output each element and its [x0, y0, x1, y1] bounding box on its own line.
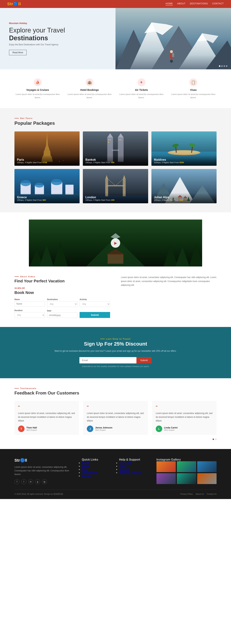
svg-rect-30	[108, 140, 109, 140]
newsletter-submit-button[interactable]: Submit	[136, 357, 152, 364]
bankok-overlay: Bankok 10Days, 3 Nights Start From 456	[83, 155, 148, 166]
nav-logo: Str🔵ll	[7, 2, 21, 6]
svg-point-50	[51, 179, 62, 185]
help-faq: FAQ	[119, 464, 149, 468]
insta-img-3[interactable]	[197, 461, 216, 472]
activity-field-group: Activity Any	[80, 298, 110, 307]
newsletter-tag: Last Step to Travel	[14, 338, 216, 340]
duration-select[interactable]: Any	[14, 312, 45, 318]
feature-hotel: 🏨 Hotel Bookings Lorem ipsum dolor sit a…	[66, 78, 113, 99]
instagram-title: Instagram Gallery	[156, 458, 216, 461]
date-input[interactable]	[47, 312, 78, 318]
nav-home[interactable]: HOME	[166, 2, 173, 6]
play-button[interactable]: ▶	[111, 238, 120, 248]
booking-form: Name Destination Any Paris Maldives Gree…	[14, 298, 110, 318]
date-field-group: Date	[47, 310, 78, 318]
quick-link-home: Home	[82, 461, 112, 464]
insta-img-5[interactable]	[177, 473, 196, 484]
privacy-policy-link[interactable]: Privacy Policy	[180, 493, 193, 495]
hero-dot-4[interactable]	[226, 65, 228, 67]
hero-section: Mountain Holiday Explore your Travel Des…	[0, 8, 231, 69]
voyages-icon: ⛵	[34, 78, 42, 86]
feature-desc-voyages: Lorem ipsum dolor sit amet,Ea consequunt…	[14, 93, 61, 99]
testimonial-author-1: T Then Hall SEO Expert	[18, 426, 75, 432]
nav-contact[interactable]: CONTACT	[212, 2, 224, 6]
hero-illustration	[116, 8, 231, 69]
booking-submit-button[interactable]: Submit	[80, 312, 110, 318]
footer-social: f t in g ig	[14, 479, 74, 484]
hero-read-more-button[interactable]: Read More	[9, 50, 26, 55]
destination-label: Destination	[47, 298, 78, 300]
author-role-3: SEO Expert	[164, 429, 178, 431]
london-overlay: London 10Days, 3 Nights Start From 339	[83, 193, 148, 203]
facebook-icon[interactable]: f	[14, 479, 20, 484]
testimonial-2: " Lorem ipsum dolor sit amet, consectetu…	[83, 401, 148, 435]
name-input[interactable]	[14, 301, 45, 306]
paris-info: 10Days, 4 Nights Start From 6758	[17, 162, 77, 164]
package-london[interactable]: London 10Days, 3 Nights Start From 339	[83, 169, 148, 203]
nav-about[interactable]: ABOUT	[177, 2, 186, 6]
nav-links: HOME ABOUT DESTINATIONS CONTACT	[166, 2, 224, 6]
navbar: Str🔵ll HOME ABOUT DESTINATIONS CONTACT	[0, 0, 231, 8]
linkedin-icon[interactable]: in	[28, 479, 33, 484]
package-julian[interactable]: Julian Alps 10Days, 3 Nights Start From …	[152, 169, 216, 203]
author-role-1: SEO Expert	[26, 429, 37, 431]
maldives-overlay: Maldives 10Days, 3 Nights Start From 555…	[152, 155, 216, 166]
footer-bottom-links: Privacy Policy About Us Contact Us	[180, 493, 216, 495]
newsletter-email-input[interactable]	[80, 357, 136, 364]
insta-img-2[interactable]	[177, 461, 196, 472]
submit-group: Submit Submit	[80, 309, 110, 318]
activity-select[interactable]: Any	[80, 301, 110, 307]
package-bankok[interactable]: Bankok 10Days, 3 Nights Start From 456	[83, 132, 148, 166]
booking-title: Book Now	[14, 290, 110, 295]
testimonial-dot-2[interactable]	[215, 438, 216, 440]
svg-point-46	[20, 180, 31, 186]
hero-dot-2[interactable]	[221, 65, 223, 67]
package-maldives[interactable]: Maldives 10Days, 3 Nights Start From 555…	[152, 132, 216, 166]
package-paris[interactable]: Paris 10Days, 4 Nights Start From 6758	[14, 132, 80, 166]
quick-link-tour: Tour	[82, 468, 112, 471]
nav-destinations[interactable]: DESTINATIONS	[190, 2, 208, 6]
contact-us-link[interactable]: Contact Us	[207, 493, 216, 495]
instagram-icon[interactable]: ig	[42, 479, 47, 484]
twitter-icon[interactable]: t	[21, 479, 26, 484]
feature-title-hotel: Hotel Bookings	[66, 88, 113, 91]
quick-links-title: Quick Links	[82, 458, 112, 461]
help-live-chat: Live Chat	[119, 461, 149, 464]
google-icon[interactable]: g	[35, 479, 40, 484]
insta-img-1[interactable]	[156, 461, 176, 472]
help-support: Support	[119, 468, 149, 471]
quote-icon-3: "	[156, 405, 213, 410]
greece-info: 10Days, 4 Nights Start From 983	[17, 199, 77, 201]
newsletter-form: Submit	[80, 357, 152, 364]
hero-dots	[219, 65, 228, 67]
footer-about-text: Lorem ipsum dolor sit amet, consectetur …	[14, 465, 74, 476]
duration-field-group: Duration Any	[14, 309, 45, 318]
destination-field-group: Destination Any Paris Maldives Greece	[47, 298, 78, 307]
features-section: ⛵ Voyages & Cruises Lorem ipsum dolor si…	[0, 69, 231, 108]
vacation-left: Short Video Find Your Perfect Vacation 1…	[14, 276, 110, 318]
hero-dot-1[interactable]	[219, 65, 220, 67]
name-label: Name	[14, 298, 45, 300]
greece-name: Greece	[17, 196, 77, 199]
testimonial-dot-1[interactable]	[212, 438, 214, 440]
package-greece[interactable]: Greece 10Days, 4 Nights Start From 983	[14, 169, 80, 203]
feature-title-voyages: Voyages & Cruises	[14, 88, 61, 91]
greece-overlay: Greece 10Days, 4 Nights Start From 983	[14, 193, 80, 203]
insta-img-4[interactable]	[156, 473, 176, 484]
insta-img-6[interactable]	[197, 473, 216, 484]
hero-dot-3[interactable]	[224, 65, 225, 67]
activity-label: Activity	[80, 298, 110, 300]
air-icon: ✈	[138, 78, 146, 86]
date-label: Date	[47, 310, 78, 312]
london-info: 10Days, 3 Nights Start From 339	[85, 199, 146, 201]
testimonial-pagination	[14, 438, 216, 440]
svg-rect-11	[170, 54, 172, 58]
testimonials-grid: " Lorem ipsum dolor sit amet, consectetu…	[14, 401, 216, 435]
about-us-link[interactable]: About Us	[196, 493, 204, 495]
help-title: Help & Support	[119, 458, 149, 461]
feature-title-visas: Visas	[170, 88, 217, 91]
julian-info: 10Days, 3 Nights Start From 858	[154, 199, 214, 201]
destination-select[interactable]: Any Paris Maldives Greece	[47, 301, 78, 307]
vacation-tag: Short Video	[14, 276, 110, 278]
